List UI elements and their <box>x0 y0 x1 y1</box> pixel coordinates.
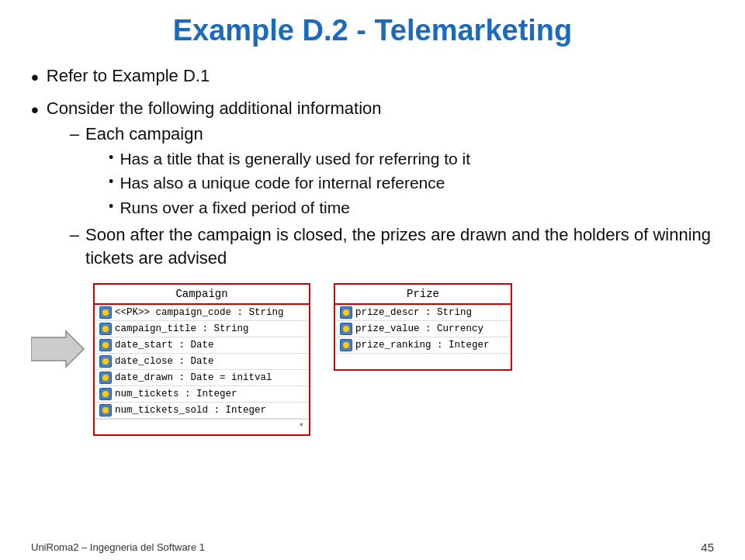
campaign-field-6: num_tickets_sold : Integer <box>95 403 309 419</box>
svg-marker-0 <box>31 331 84 367</box>
dash-symbol-1: – <box>70 123 79 146</box>
small-dot-1: • <box>109 148 113 168</box>
prize-field-2: prize_ranking : Integer <box>335 337 511 354</box>
dash-each-campaign: – Each campaign • Has a title that is ge… <box>70 123 714 219</box>
prize-table-header: Prize <box>335 285 511 305</box>
prize-icon-2 <box>340 339 352 351</box>
campaign-field-0: <<PK>> campaign_code : String <box>95 305 309 321</box>
bullet-dot-2: • <box>31 97 39 123</box>
bullet-1: • Refer to Example D.1 <box>31 64 714 91</box>
campaign-field-4: date_drawn : Date = initval <box>95 370 309 386</box>
bullet-1-text: Refer to Example D.1 <box>47 64 210 88</box>
sub-bullet-3: • Runs over a fixed period of time <box>109 197 470 219</box>
diagram-area: Campaign <<PK>> campaign_code : String c… <box>31 283 714 436</box>
field-icon-2 <box>99 339 112 351</box>
each-campaign-text: Each campaign <box>85 124 203 143</box>
field-icon-6 <box>99 404 112 417</box>
arrow-container <box>31 330 85 368</box>
slide: Example D.2 - Telemarketing • Refer to E… <box>0 0 745 560</box>
field-icon-1 <box>99 323 112 335</box>
prize-area: Prize prize_descr : String prize_value :… <box>334 283 512 371</box>
field-icon-3 <box>99 355 112 368</box>
content-area: • Refer to Example D.1 • Consider the fo… <box>31 64 714 269</box>
field-icon-0 <box>99 306 112 319</box>
sub-level-2: • Has a title that is generally used for… <box>109 148 470 219</box>
prize-field-0: prize_descr : String <box>335 305 511 321</box>
dash-soon-after: – Soon after the campaign is closed, the… <box>70 223 714 269</box>
campaign-field-3: date_close : Date <box>95 354 309 370</box>
footer-right: 45 <box>701 541 714 554</box>
sub-bullet-3-text: Runs over a fixed period of time <box>120 197 349 219</box>
small-dot-3: • <box>109 197 113 216</box>
campaign-field-2: date_start : Date <box>95 337 309 354</box>
sub-bullet-1-text: Has a title that is generally used for r… <box>120 148 470 170</box>
field-icon-5 <box>99 388 112 400</box>
campaign-table-footer: * <box>95 419 309 434</box>
sub-bullet-2-text: Has also a unique code for internal refe… <box>120 172 445 194</box>
sub-level-1: – Each campaign • Has a title that is ge… <box>70 123 714 269</box>
prize-icon-0 <box>340 306 352 319</box>
bullet-2-text: Consider the following additional inform… <box>47 99 382 118</box>
slide-title: Example D.2 - Telemarketing <box>31 0 714 57</box>
prize-table: Prize prize_descr : String prize_value :… <box>334 283 512 371</box>
sub-bullet-1: • Has a title that is generally used for… <box>109 148 470 170</box>
bullet-2: • Consider the following additional info… <box>31 97 714 270</box>
field-icon-4 <box>99 372 112 384</box>
campaign-field-5: num_tickets : Integer <box>95 386 309 403</box>
prize-icon-1 <box>340 323 352 335</box>
campaign-field-1: campaign_title : String <box>95 321 309 337</box>
prize-field-1: prize_value : Currency <box>335 321 511 337</box>
campaign-table: Campaign <<PK>> campaign_code : String c… <box>93 283 310 436</box>
sub-bullet-2: • Has also a unique code for internal re… <box>109 172 470 194</box>
dash-symbol-2: – <box>70 223 79 247</box>
prize-table-footer <box>335 354 511 369</box>
footer-left: UniRoma2 – Ingegneria del Software 1 <box>31 541 205 553</box>
bullet-2-content: Consider the following additional inform… <box>47 97 714 270</box>
footer: UniRoma2 – Ingegneria del Software 1 45 <box>0 541 745 554</box>
arrow-icon <box>31 330 85 368</box>
soon-after-text: Soon after the campaign is closed, the p… <box>85 223 714 269</box>
bullet-dot-1: • <box>31 64 39 91</box>
each-campaign-content: Each campaign • Has a title that is gene… <box>85 123 470 219</box>
campaign-table-header: Campaign <box>95 285 309 305</box>
small-dot-2: • <box>109 172 113 192</box>
